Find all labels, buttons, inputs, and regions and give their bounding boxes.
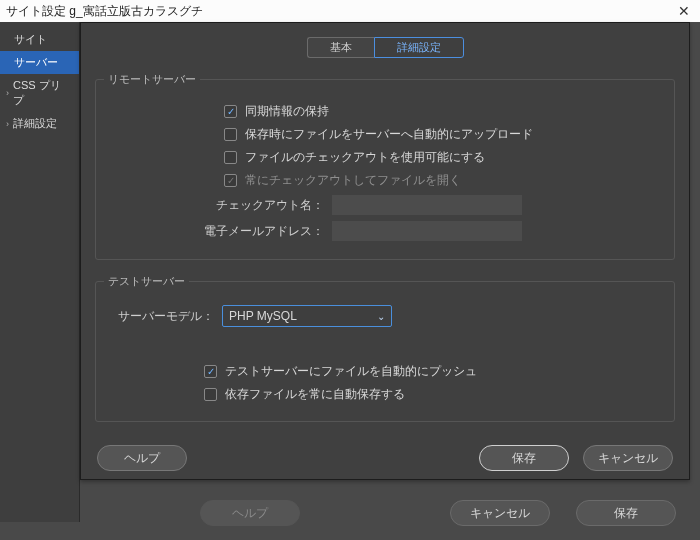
remote-legend: リモートサーバー <box>104 72 200 87</box>
test-server-group: テストサーバー サーバーモデル： PHP MySQL ⌄ テストサーバーにファイ… <box>95 274 675 422</box>
bg-help-button[interactable]: ヘルプ <box>200 500 300 526</box>
sidebar-item-advanced[interactable]: ›詳細設定 <box>0 112 79 135</box>
enable-checkout-checkbox[interactable] <box>224 151 237 164</box>
server-model-value: PHP MySQL <box>229 309 297 323</box>
sidebar-item-site[interactable]: サイト <box>0 28 79 51</box>
bg-cancel-button[interactable]: キャンセル <box>450 500 550 526</box>
auto-upload-checkbox[interactable] <box>224 128 237 141</box>
checkout-name-input <box>332 195 522 215</box>
remote-server-group: リモートサーバー 同期情報の保持 保存時にファイルをサーバーへ自動的にアップロー… <box>95 72 675 260</box>
bg-save-button[interactable]: 保存 <box>576 500 676 526</box>
sidebar-item-css-preproc[interactable]: ›CSS プリプ <box>0 74 79 112</box>
always-checkout-label: 常にチェックアウトしてファイルを開く <box>245 172 461 189</box>
auto-save-deps-checkbox[interactable] <box>204 388 217 401</box>
test-legend: テストサーバー <box>104 274 189 289</box>
close-icon[interactable]: ✕ <box>674 3 694 19</box>
auto-push-checkbox[interactable] <box>204 365 217 378</box>
chevron-right-icon: › <box>6 119 9 129</box>
checkout-name-label: チェックアウト名： <box>104 197 324 214</box>
tab-advanced[interactable]: 詳細設定 <box>374 37 464 58</box>
help-button[interactable]: ヘルプ <box>97 445 187 471</box>
auto-push-label: テストサーバーにファイルを自動的にプッシュ <box>225 363 477 380</box>
titlebar: サイト設定 g_寓話立版古カラスグチ ✕ <box>0 0 700 22</box>
tabbar: 基本 詳細設定 <box>81 37 689 58</box>
sidebar-item-server[interactable]: サーバー <box>0 51 79 74</box>
auto-save-deps-label: 依存ファイルを常に自動保存する <box>225 386 405 403</box>
tab-basic[interactable]: 基本 <box>307 37 374 58</box>
cancel-button[interactable]: キャンセル <box>583 445 673 471</box>
chevron-right-icon: › <box>6 88 9 98</box>
enable-checkout-label: ファイルのチェックアウトを使用可能にする <box>245 149 485 166</box>
keep-sync-label: 同期情報の保持 <box>245 103 329 120</box>
auto-upload-label: 保存時にファイルをサーバーへ自動的にアップロード <box>245 126 533 143</box>
email-label: 電子メールアドレス： <box>104 223 324 240</box>
server-model-select[interactable]: PHP MySQL ⌄ <box>222 305 392 327</box>
keep-sync-checkbox[interactable] <box>224 105 237 118</box>
save-button[interactable]: 保存 <box>479 445 569 471</box>
settings-panel: 基本 詳細設定 リモートサーバー 同期情報の保持 保存時にファイルをサーバーへ自… <box>80 22 690 480</box>
window-title: サイト設定 g_寓話立版古カラスグチ <box>6 3 203 20</box>
email-input <box>332 221 522 241</box>
chevron-down-icon: ⌄ <box>377 311 385 322</box>
sidebar: サイト サーバー ›CSS プリプ ›詳細設定 <box>0 22 80 522</box>
always-checkout-checkbox <box>224 174 237 187</box>
server-model-label: サーバーモデル： <box>104 308 214 325</box>
